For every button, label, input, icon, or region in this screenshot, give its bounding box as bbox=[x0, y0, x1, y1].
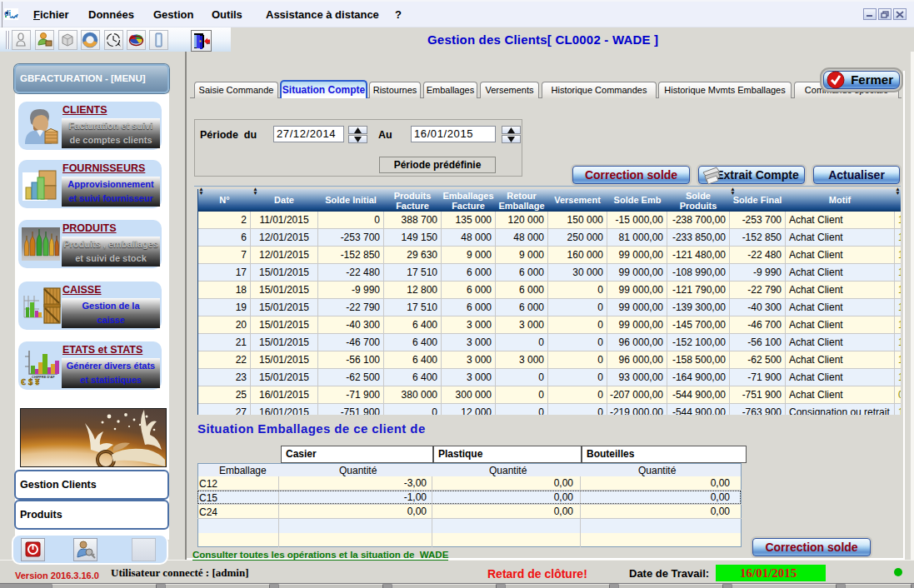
svg-text:€: € bbox=[21, 376, 26, 386]
svg-text:¥: ¥ bbox=[35, 376, 40, 386]
svg-text:$: $ bbox=[28, 376, 33, 386]
